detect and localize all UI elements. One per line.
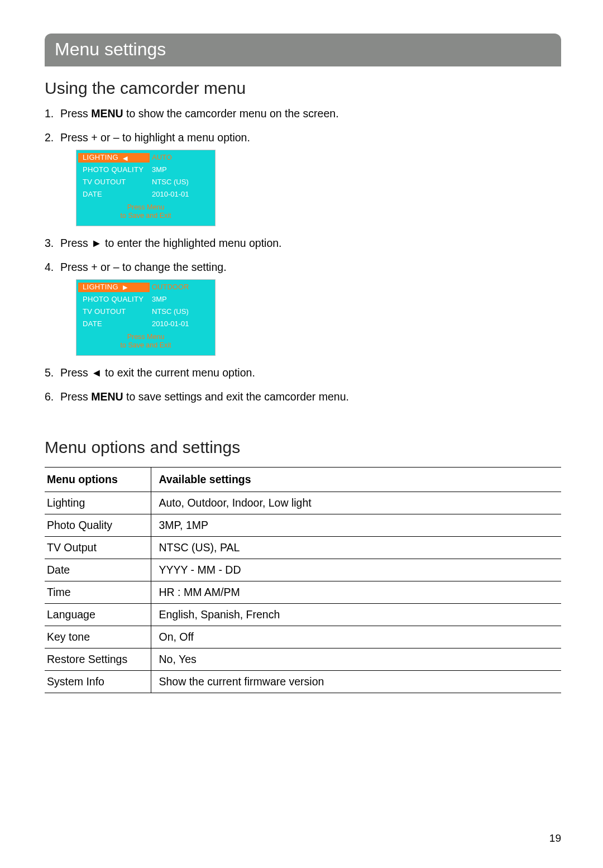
step-1-text-a: Press bbox=[60, 107, 91, 120]
table-cell-option: TV Output bbox=[45, 536, 151, 559]
cam2-lighting-label: LIGHTING bbox=[83, 283, 118, 292]
table-row: TV Output NTSC (US), PAL bbox=[45, 536, 561, 559]
cam2-lighting-value: OUTDOOR bbox=[150, 283, 213, 292]
step-6-text-b: to save settings and exit the camcorder … bbox=[123, 390, 349, 403]
cam1-photo-quality-value: 3MP bbox=[150, 165, 213, 175]
cam1-footer-line2: to Save and Exit bbox=[78, 212, 213, 221]
cam1-row-tv-output: TV OUTOUT NTSC (US) bbox=[78, 177, 213, 189]
step-6-text-a: Press bbox=[60, 390, 91, 403]
table-cell-value: HR : MM AM/PM bbox=[151, 581, 561, 603]
step-1-menu-bold: MENU bbox=[91, 107, 123, 120]
table-cell-value: Show the current firmware version bbox=[151, 670, 561, 693]
step-2: Press + or – to highlight a menu option.… bbox=[45, 131, 561, 226]
section-title-bar: Menu settings bbox=[45, 34, 561, 66]
table-cell-value: No, Yes bbox=[151, 648, 561, 670]
cam1-footer-line1: Press Menu bbox=[78, 203, 213, 212]
step-3: Press ► to enter the highlighted menu op… bbox=[45, 236, 561, 250]
cam1-lighting-value: AUTO bbox=[150, 153, 213, 163]
table-cell-option: Time bbox=[45, 581, 151, 603]
step-4: Press + or – to change the setting. LIGH… bbox=[45, 260, 561, 356]
triangle-right-icon: ▶ bbox=[123, 283, 127, 291]
step-1-text-b: to show the camcorder menu on the screen… bbox=[123, 107, 339, 120]
cam1-lighting-label: LIGHTING bbox=[83, 153, 118, 163]
section-title: Menu settings bbox=[55, 39, 166, 59]
table-cell-option: Language bbox=[45, 603, 151, 626]
cam2-footer: Press Menu to Save and Exit bbox=[78, 331, 213, 354]
table-row: Time HR : MM AM/PM bbox=[45, 581, 561, 603]
cam2-photo-quality-label: PHOTO QUALITY bbox=[78, 295, 150, 304]
cam2-row-photo-quality: PHOTO QUALITY 3MP bbox=[78, 294, 213, 306]
cam1-photo-quality-label: PHOTO QUALITY bbox=[78, 165, 150, 175]
table-cell-option: Lighting bbox=[45, 492, 151, 514]
cam2-tv-output-label: TV OUTOUT bbox=[78, 307, 150, 317]
cam2-footer-line2: to Save and Exit bbox=[78, 341, 213, 350]
step-2-text: Press + or – to highlight a menu option. bbox=[60, 131, 250, 144]
table-cell-value: YYYY - MM - DD bbox=[151, 559, 561, 581]
cam2-row-date: DATE 2010-01-01 bbox=[78, 318, 213, 331]
table-cell-value: 3MP, 1MP bbox=[151, 514, 561, 536]
cam2-row-tv-output: TV OUTOUT NTSC (US) bbox=[78, 306, 213, 318]
table-cell-option: Date bbox=[45, 559, 151, 581]
table-row: Language English, Spanish, French bbox=[45, 603, 561, 626]
cam1-row-photo-quality: PHOTO QUALITY 3MP bbox=[78, 164, 213, 177]
table-header-options: Menu options bbox=[45, 467, 151, 492]
step-5: Press ◄ to exit the current menu option. bbox=[45, 366, 561, 380]
table-row: Key tone On, Off bbox=[45, 626, 561, 648]
triangle-left-icon: ◀ bbox=[123, 154, 127, 162]
table-cell-value: Auto, Outdoor, Indoor, Low light bbox=[151, 492, 561, 514]
table-header-settings: Available settings bbox=[151, 467, 561, 492]
step-3-text: Press ► to enter the highlighted menu op… bbox=[60, 237, 282, 249]
step-1: Press MENU to show the camcorder menu on… bbox=[45, 107, 561, 121]
cam2-date-label: DATE bbox=[78, 319, 150, 329]
table-row: System Info Show the current firmware ve… bbox=[45, 670, 561, 693]
cam1-tv-output-label: TV OUTOUT bbox=[78, 178, 150, 187]
table-cell-option: Restore Settings bbox=[45, 648, 151, 670]
cam1-tv-output-value: NTSC (US) bbox=[150, 178, 213, 187]
camcorder-screen-2: LIGHTING ▶ OUTDOOR PHOTO QUALITY 3MP TV … bbox=[76, 279, 216, 356]
cam1-date-label: DATE bbox=[78, 190, 150, 199]
table-row: Date YYYY - MM - DD bbox=[45, 559, 561, 581]
table-row: Restore Settings No, Yes bbox=[45, 648, 561, 670]
step-4-text: Press + or – to change the setting. bbox=[60, 261, 227, 273]
subsection-heading-using-menu: Using the camcorder menu bbox=[45, 79, 561, 98]
cam2-footer-line1: Press Menu bbox=[78, 333, 213, 342]
cam1-row-lighting: LIGHTING ◀ AUTO bbox=[78, 152, 213, 164]
cam2-photo-quality-value: 3MP bbox=[150, 295, 213, 304]
table-cell-value: NTSC (US), PAL bbox=[151, 536, 561, 559]
table-cell-option: Photo Quality bbox=[45, 514, 151, 536]
cam1-footer: Press Menu to Save and Exit bbox=[78, 201, 213, 224]
cam2-row-lighting: LIGHTING ▶ OUTDOOR bbox=[78, 282, 213, 294]
table-row: Photo Quality 3MP, 1MP bbox=[45, 514, 561, 536]
settings-table: Menu options Available settings Lighting… bbox=[45, 467, 561, 693]
table-cell-value: On, Off bbox=[151, 626, 561, 648]
step-5-text: Press ◄ to exit the current menu option. bbox=[60, 366, 255, 379]
table-row: Lighting Auto, Outdoor, Indoor, Low ligh… bbox=[45, 492, 561, 514]
subsection-heading-options: Menu options and settings bbox=[45, 438, 561, 457]
table-cell-option: System Info bbox=[45, 670, 151, 693]
table-cell-option: Key tone bbox=[45, 626, 151, 648]
step-6-menu-bold: MENU bbox=[91, 390, 123, 403]
page-number: 19 bbox=[549, 832, 561, 845]
steps-list: Press MENU to show the camcorder menu on… bbox=[45, 107, 561, 404]
camcorder-screen-1: LIGHTING ◀ AUTO PHOTO QUALITY 3MP TV OUT… bbox=[76, 150, 216, 226]
cam1-date-value: 2010-01-01 bbox=[150, 190, 213, 199]
cam2-tv-output-value: NTSC (US) bbox=[150, 307, 213, 317]
table-cell-value: English, Spanish, French bbox=[151, 603, 561, 626]
step-6: Press MENU to save settings and exit the… bbox=[45, 390, 561, 404]
cam2-date-value: 2010-01-01 bbox=[150, 319, 213, 329]
cam1-row-date: DATE 2010-01-01 bbox=[78, 189, 213, 201]
